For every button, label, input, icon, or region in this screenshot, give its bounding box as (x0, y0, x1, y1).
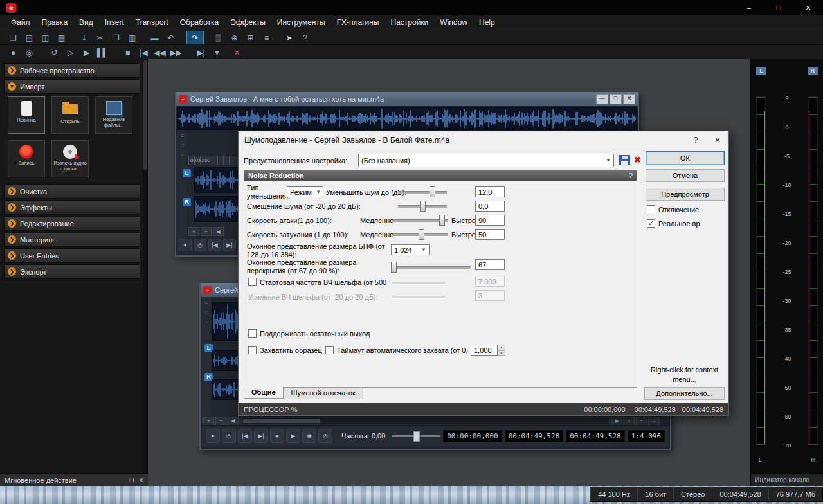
save-preset-button[interactable] (619, 155, 630, 165)
tile-open[interactable]: Открыть (51, 96, 89, 134)
dialog-titlebar[interactable]: Шумоподавление - Сергей Завьялов - В Бел… (239, 131, 728, 149)
save-as-icon[interactable]: ▦ (53, 32, 69, 44)
doc2-go-start-icon[interactable]: |◀ (238, 429, 252, 443)
doc2-record-icon[interactable]: ● (206, 429, 220, 443)
tile-extract-audio[interactable]: Извлечь аудио с диска... (51, 140, 89, 177)
bypass-checkbox[interactable] (647, 205, 655, 213)
delete-preset-button[interactable]: ✖ (634, 155, 641, 165)
doc2-left-channel-wave[interactable] (212, 350, 240, 371)
close-panel-icon[interactable]: ✕ (138, 477, 143, 483)
sidebar-section[interactable]: ❯ Очистка (4, 184, 140, 199)
preset-combo[interactable]: (Без названия) ▼ (358, 154, 614, 167)
tool-icon[interactable]: □ (181, 143, 184, 148)
doc1-record-icon[interactable]: ● (179, 239, 192, 251)
event-list-icon[interactable]: ≡ (258, 32, 275, 44)
scrollbar-thumb[interactable] (143, 60, 147, 170)
sidebar-section-import[interactable]: ▾ Импорт (4, 79, 140, 94)
new-file-icon[interactable]: ❏ (5, 32, 21, 44)
open-file-icon[interactable]: ▤ (21, 32, 37, 44)
reduce-slider[interactable] (398, 186, 447, 197)
edit-tool-icon[interactable]: ➤ (281, 32, 297, 44)
overlap-slider[interactable] (391, 262, 471, 273)
scroll-button[interactable]: + (624, 417, 635, 426)
app-minimize-button[interactable]: – (734, 0, 764, 15)
delete-marker-icon[interactable]: ✕ (229, 47, 245, 59)
sidebar-section[interactable]: ❯ Мастеринг (4, 232, 140, 247)
snap-grid-icon[interactable]: ⊞ (242, 32, 258, 44)
attack-slider[interactable] (393, 215, 448, 226)
forward-icon[interactable]: ▶▶ (168, 47, 184, 59)
doc1-go-start-icon[interactable]: |◀ (208, 239, 221, 251)
paste-icon[interactable]: ▥ (124, 32, 140, 44)
more-button[interactable]: Дополнительно... (644, 387, 725, 400)
fft-size-combo[interactable]: 1 024 ▼ (391, 244, 430, 255)
ok-button[interactable]: ОК (646, 151, 725, 165)
dialog-help-button[interactable]: ? (685, 131, 707, 148)
zoom-button[interactable]: − (201, 227, 212, 236)
pause-icon[interactable]: ▌▌ (95, 47, 111, 59)
slider-thumb[interactable] (430, 186, 435, 197)
meters-caption[interactable]: Индикатор канало (751, 473, 823, 486)
sidebar-section[interactable]: ❯ User Entries (4, 248, 140, 263)
sidebar-section[interactable]: ❯ Редактирование (4, 216, 140, 231)
cancel-button[interactable]: Отмена (646, 169, 725, 182)
scrollbar-thumb[interactable] (243, 419, 320, 423)
cut-icon[interactable]: ✂ (92, 32, 108, 44)
menu-item[interactable]: Window (434, 18, 473, 27)
tool-icon[interactable]: ▫ (206, 320, 208, 325)
scroll-button[interactable]: ▶ (611, 417, 622, 426)
doc2-wave-thumb-1[interactable] (212, 302, 240, 341)
play-all-icon[interactable]: ▷ (62, 47, 78, 59)
doc2-horizontal-scrollbar[interactable]: +−◀ ▶+−↔ (202, 417, 660, 425)
dialog-close-button[interactable]: ✕ (707, 131, 728, 148)
play-icon[interactable]: ▶ (78, 47, 95, 59)
tile-record[interactable]: Запись (8, 140, 45, 177)
doc1-right-channel-badge[interactable]: R (183, 198, 191, 206)
reduce-value-input[interactable]: 12,0 (475, 186, 505, 197)
go-to-start-icon[interactable]: |◀ (136, 47, 152, 59)
tab-general[interactable]: Общие (244, 386, 284, 399)
slider-thumb[interactable] (419, 229, 424, 240)
tool-icon[interactable]: ≡ (205, 300, 208, 306)
doc2-stop-icon[interactable]: ■ (270, 429, 284, 443)
save-file-icon[interactable]: ◫ (37, 32, 53, 44)
doc1-waveform-overview[interactable] (177, 107, 637, 130)
realtime-checkbox[interactable]: ✓ (647, 219, 655, 228)
doc1-close-button[interactable]: ✕ (623, 94, 635, 104)
redo-icon[interactable]: ↷ (186, 31, 204, 44)
doc2-play-icon[interactable]: ▶ (286, 429, 300, 443)
doc2-go-end-icon[interactable]: ▶| (254, 429, 268, 443)
spin-up-icon[interactable]: ▲ (498, 345, 505, 350)
scroll-button[interactable]: ↔ (648, 417, 659, 426)
tool-icon[interactable]: □ (205, 310, 208, 316)
menu-item[interactable]: Файл (5, 18, 36, 27)
tile-recent-files[interactable]: Недавние файлы... (95, 96, 132, 134)
insert-marker-icon[interactable]: ▾ (209, 47, 225, 59)
spectrum-view-icon[interactable]: ▒ (210, 32, 226, 44)
sidebar-section[interactable]: ❯ Эффекты (4, 200, 140, 215)
doc1-left-channel-wave[interactable] (194, 167, 240, 193)
slider-track[interactable] (398, 191, 447, 194)
tool-icon[interactable]: ≡ (181, 133, 184, 139)
trim-icon[interactable]: ▬ (147, 32, 163, 44)
undo-icon[interactable]: ↶ (163, 32, 179, 44)
capture-noiseprint-checkbox[interactable] (248, 346, 257, 354)
spin-down-icon[interactable]: ▼ (498, 350, 505, 356)
zoom-button[interactable]: + (188, 227, 199, 236)
release-value-input[interactable]: 50 (475, 229, 505, 240)
doc2-loop-icon[interactable]: ◎ (222, 429, 236, 443)
tile-new[interactable]: Новинка (8, 96, 45, 134)
doc2-monitor-icon[interactable]: ◎ (318, 429, 332, 443)
menu-item[interactable]: Инструменты (271, 18, 331, 27)
restore-panel-icon[interactable]: ❐ (129, 477, 134, 483)
sidebar-section-workspace[interactable]: ❯ Рабочее пространство (4, 63, 140, 78)
stop-icon[interactable]: ■ (120, 47, 136, 59)
reduction-type-combo[interactable]: Режим 0 ▼ (287, 186, 323, 197)
record-icon[interactable]: ● (5, 47, 21, 59)
doc1-go-end-icon[interactable]: ▶| (223, 239, 236, 251)
scrollbar-track[interactable] (242, 418, 608, 424)
restart-icon[interactable]: ↺ (46, 47, 62, 59)
release-slider[interactable] (393, 229, 448, 240)
go-to-end-icon[interactable]: ▶| (193, 47, 209, 59)
loop-playback-icon[interactable]: ◎ (21, 47, 37, 59)
